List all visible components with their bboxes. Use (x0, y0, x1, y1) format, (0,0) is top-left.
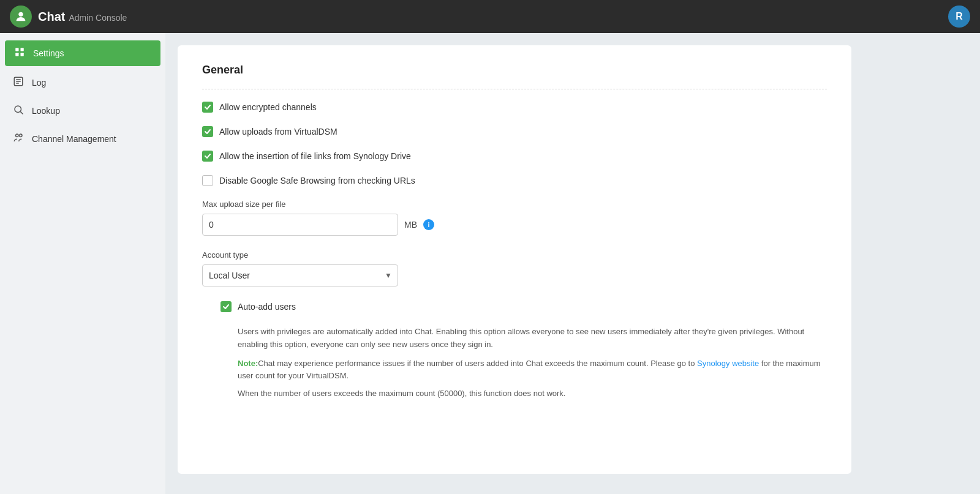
note-label: Note: (238, 359, 258, 368)
max-upload-input[interactable] (202, 214, 398, 236)
auto-add-section: Auto-add users Users with privileges are… (221, 301, 827, 400)
note-text-3: When the number of users exceeds the max… (238, 387, 827, 400)
svg-line-10 (20, 111, 23, 114)
checkbox-auto-add[interactable] (221, 301, 232, 312)
checkbox-allow-uploads-label: Allow uploads from VirtualDSM (219, 127, 337, 137)
note-text-1: Chat may experience performance issues i… (258, 359, 697, 368)
section-title: General (202, 64, 827, 77)
account-type-select[interactable]: Local User Domain User LDAP User (202, 264, 398, 286)
sidebar-item-settings-label: Settings (33, 48, 64, 58)
max-upload-label: Max upload size per file (202, 200, 827, 209)
checkbox-disable-google-safe-label: Disable Google Safe Browsing from checki… (219, 176, 415, 185)
main-content: General Allow encrypted channels A (165, 33, 980, 494)
max-upload-info-icon[interactable]: i (423, 219, 434, 230)
sidebar-item-settings[interactable]: Settings (5, 40, 160, 66)
svg-point-0 (18, 12, 23, 17)
checkbox-allow-uploads[interactable] (202, 126, 213, 137)
header-left: ChatAdmin Console (10, 6, 127, 28)
svg-point-12 (20, 134, 23, 137)
checkbox-allow-uploads-row: Allow uploads from VirtualDSM (202, 126, 827, 137)
svg-rect-3 (15, 53, 18, 56)
max-upload-row: MB i (202, 214, 827, 236)
settings-icon (13, 47, 26, 60)
app-title: ChatAdmin Console (38, 10, 127, 24)
sidebar-item-log[interactable]: Log (0, 69, 165, 97)
content-panel: General Allow encrypted channels A (178, 45, 851, 474)
checkbox-allow-encrypted[interactable] (202, 102, 213, 113)
lookup-icon (12, 104, 24, 118)
svg-rect-2 (21, 48, 24, 51)
checkbox-disable-google-safe-row: Disable Google Safe Browsing from checki… (202, 175, 827, 186)
synology-website-link[interactable]: Synology website (697, 359, 759, 368)
log-icon (12, 76, 24, 89)
sidebar-item-lookup[interactable]: Lookup (0, 97, 165, 125)
auto-add-description-block: Users with privileges are automatically … (238, 326, 827, 400)
account-type-select-wrapper: Local User Domain User LDAP User ▼ (202, 264, 398, 286)
svg-rect-4 (21, 53, 24, 56)
section-divider (202, 89, 827, 89)
checkbox-auto-add-row: Auto-add users (221, 301, 827, 312)
svg-point-9 (15, 106, 21, 113)
svg-point-11 (16, 134, 19, 137)
sidebar-item-log-label: Log (32, 78, 46, 88)
sidebar-item-channel-management-label: Channel Management (32, 134, 116, 144)
checkbox-allow-file-links-label: Allow the insertion of file links from S… (219, 151, 411, 161)
max-upload-unit: MB (404, 220, 417, 230)
note-text: Note:Chat may experience performance iss… (238, 357, 827, 383)
max-upload-group: Max upload size per file MB i (202, 200, 827, 236)
app-header: ChatAdmin Console R (0, 0, 980, 33)
auto-add-description: Users with privileges are automatically … (238, 326, 827, 351)
checkbox-allow-encrypted-label: Allow encrypted channels (219, 102, 317, 112)
svg-rect-1 (15, 48, 18, 51)
main-layout: Settings Log Lookup (0, 33, 980, 494)
app-logo (10, 6, 32, 28)
checkbox-disable-google-safe[interactable] (202, 175, 213, 186)
sidebar-item-channel-management[interactable]: Channel Management (0, 125, 165, 153)
sidebar: Settings Log Lookup (0, 33, 165, 494)
checkbox-auto-add-label: Auto-add users (238, 302, 296, 312)
sidebar-item-lookup-label: Lookup (32, 106, 60, 116)
channel-management-icon (12, 132, 24, 146)
checkbox-allow-file-links[interactable] (202, 151, 213, 162)
account-type-group: Account type Local User Domain User LDAP… (202, 250, 827, 286)
checkbox-allow-file-links-row: Allow the insertion of file links from S… (202, 151, 827, 162)
user-avatar-button[interactable]: R (948, 6, 970, 28)
account-type-label: Account type (202, 250, 827, 260)
checkbox-allow-encrypted-row: Allow encrypted channels (202, 102, 827, 113)
